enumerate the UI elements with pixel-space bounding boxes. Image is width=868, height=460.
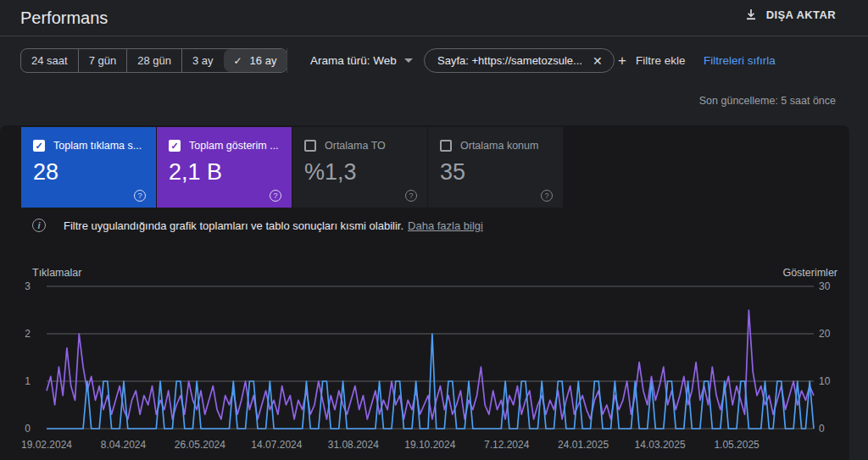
right-axis-title: Gösterimler [782, 267, 837, 279]
search-type-label: Arama türü: Web [310, 54, 397, 67]
reset-filters-link[interactable]: Filtreleri sıfırla [704, 54, 776, 67]
range-chip-16m[interactable]: 16 ay [224, 49, 287, 72]
download-icon [744, 8, 758, 21]
chart-canvas [47, 286, 814, 429]
metric-card[interactable]: ✓ Toplam gösterim ... 2,1 B ? [157, 127, 292, 208]
plus-icon: + [618, 53, 626, 68]
x-axis-date-label: 24.01.2025 [558, 439, 609, 451]
page-title: Performans [20, 8, 108, 28]
range-chip-28d[interactable]: 28 gün [126, 49, 181, 72]
axis-tick-label: 2 [25, 328, 31, 340]
left-axis-title: Tıklamalar [32, 267, 81, 279]
axis-tick-label: 1 [25, 375, 31, 387]
range-chip-3m[interactable]: 3 ay [181, 49, 224, 72]
metric-label: Ortalama konum [460, 140, 538, 152]
axis-tick-label: 3 [25, 280, 31, 292]
search-type-dropdown[interactable]: Arama türü: Web [310, 54, 413, 67]
close-icon[interactable]: ✕ [593, 55, 603, 67]
range-chip-7d[interactable]: 7 gün [78, 49, 127, 72]
metric-checkbox[interactable]: ✓ [33, 140, 45, 152]
help-icon[interactable]: ? [270, 190, 281, 202]
page-filter-chip[interactable]: Sayfa: +https://sametozsule... ✕ [424, 48, 615, 73]
metric-cards-row: ✓ Toplam tıklama s... 28 ? ✓ Toplam göst… [21, 127, 564, 208]
info-banner: i Filtre uygulandığında grafik toplamlar… [32, 219, 828, 232]
x-axis-date-label: 1.05.2025 [714, 439, 759, 451]
metric-card[interactable]: Ortalama TO %1,3 ? [292, 127, 427, 208]
axis-tick-label: 10 [819, 375, 830, 387]
x-axis-date-label: 19.02.2024 [21, 439, 72, 451]
last-update-text: Son güncelleme: 5 saat önce [699, 95, 836, 107]
metric-checkbox[interactable] [304, 140, 316, 152]
metric-label: Toplam tıklama s... [53, 140, 142, 152]
learn-more-link[interactable]: Daha fazla bilgi [408, 219, 483, 232]
date-range-group: 24 saat 7 gün 28 gün 3 ay 16 ay [20, 48, 287, 73]
x-axis-date-label: 14.07.2024 [251, 439, 302, 451]
help-icon[interactable]: ? [134, 190, 146, 202]
help-icon[interactable]: ? [405, 190, 417, 202]
export-label: DIŞA AKTAR [766, 8, 836, 21]
help-icon[interactable]: ? [541, 190, 553, 202]
page-filter-label: Sayfa: +https://sametozsule... [437, 54, 582, 67]
metric-value: 2,1 B [169, 159, 280, 186]
x-axis-date-label: 7.12.2024 [484, 439, 529, 451]
metric-value: 35 [440, 159, 551, 186]
performance-chart[interactable] [47, 286, 814, 429]
metric-checkbox[interactable]: ✓ [169, 140, 181, 152]
metric-card[interactable]: ✓ Toplam tıklama s... 28 ? [21, 127, 156, 208]
axis-tick-label: 30 [819, 280, 830, 292]
metric-card[interactable]: Ortalama konum 35 ? [428, 127, 563, 208]
metric-label: Toplam gösterim ... [189, 140, 279, 152]
info-icon: i [32, 219, 46, 232]
add-filter-button[interactable]: + Filtre ekle [618, 53, 685, 68]
banner-text: Filtre uygulandığında grafik toplamları … [64, 219, 403, 232]
metric-value: %1,3 [304, 159, 415, 186]
range-chip-24h[interactable]: 24 saat [21, 49, 78, 72]
right-axis-ticks: 0102030 [819, 286, 844, 429]
x-axis-date-label: 8.04.2024 [101, 439, 146, 451]
axis-tick-label: 0 [819, 423, 825, 435]
metric-value: 28 [33, 159, 144, 186]
metric-checkbox[interactable] [440, 140, 452, 152]
header-divider [0, 36, 868, 36]
x-axis-date-label: 14.03.2025 [635, 439, 686, 451]
left-axis-ticks: 0123 [14, 286, 36, 429]
axis-tick-label: 0 [25, 423, 31, 435]
x-axis-date-label: 19.10.2024 [404, 439, 455, 451]
axis-tick-label: 20 [819, 328, 830, 340]
metric-label: Ortalama TO [325, 140, 386, 152]
add-filter-label: Filtre ekle [636, 54, 686, 67]
x-axis-labels: 19.02.20248.04.202426.05.202414.07.20243… [47, 439, 814, 452]
chevron-down-icon [404, 58, 413, 63]
export-button[interactable]: DIŞA AKTAR [744, 8, 836, 21]
x-axis-date-label: 26.05.2024 [175, 439, 225, 451]
performance-panel: ✓ Toplam tıklama s... 28 ? ✓ Toplam göst… [0, 125, 849, 460]
x-axis-date-label: 31.08.2024 [328, 439, 379, 451]
filter-divider [287, 48, 287, 73]
